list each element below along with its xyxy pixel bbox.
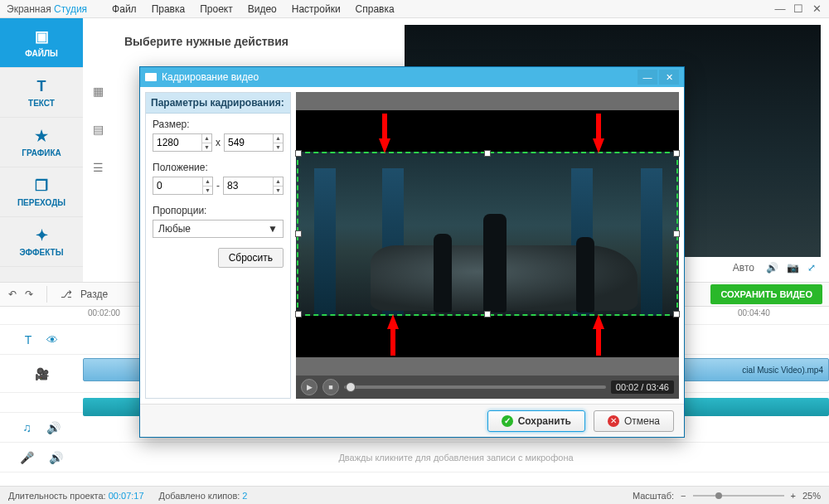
speaker-icon[interactable]: 🔊 [49, 451, 63, 464]
reset-button[interactable]: Сбросить [218, 248, 284, 268]
annotation-arrow-icon [593, 138, 604, 153]
sidebar-label-effects: ЭФФЕКТЫ [20, 248, 64, 257]
ruler-tick: 00:04:40 [738, 308, 770, 317]
player-bar: ▶ ■ 00:02 / 03:46 [296, 376, 679, 399]
window-minimize-icon[interactable]: — [774, 2, 786, 15]
dialog-titlebar[interactable]: Кадрирование видео — ✕ [140, 67, 684, 87]
redo-icon[interactable]: ↷ [25, 288, 33, 300]
sidebar-tab-text[interactable]: T ТЕКСТ [0, 68, 83, 118]
crop-dialog: Кадрирование видео — ✕ Параметры кадриро… [139, 66, 685, 438]
menu-file[interactable]: Файл [112, 3, 137, 15]
zoom-out-icon[interactable]: − [681, 491, 686, 501]
crop-selection[interactable] [297, 152, 678, 316]
auto-label: Авто [733, 262, 754, 274]
size-separator: x [216, 137, 221, 148]
dialog-save-label: Сохранить [518, 415, 571, 427]
image-icon: ▣ [35, 27, 49, 46]
pos-x-input[interactable] [153, 180, 202, 191]
dialog-save-button[interactable]: ✓ Сохранить [487, 410, 585, 432]
actions-title: Выберите нужные действия [124, 35, 381, 48]
sidebar-tab-graphics[interactable]: ★ ГРАФИКА [0, 118, 83, 167]
grid-icon[interactable]: ▦ [93, 85, 104, 98]
sidebar-tab-transitions[interactable]: ❐ ПЕРЕХОДЫ [0, 167, 83, 217]
cancel-icon: ✕ [608, 415, 619, 427]
camera-icon[interactable]: 📷 [787, 262, 799, 274]
undo-icon[interactable]: ↶ [8, 288, 17, 300]
pos-y-spinbox[interactable]: ▲▼ [223, 177, 284, 195]
spin-up-icon[interactable]: ▲ [203, 177, 212, 187]
clip-label: cial Music Video).mp4 [742, 366, 823, 375]
pos-y-input[interactable] [224, 180, 273, 191]
dialog-minimize-icon[interactable]: — [638, 70, 657, 85]
params-header: Параметры кадрирования: [146, 93, 290, 114]
window-maximize-icon[interactable]: ☐ [793, 2, 804, 15]
time-display: 00:02 / 03:46 [611, 380, 674, 394]
crop-handle[interactable] [295, 150, 302, 157]
sidebar-label-text: ТЕКСТ [28, 99, 55, 108]
annotation-arrow-icon [593, 314, 604, 329]
save-video-button[interactable]: СОХРАНИТЬ ВИДЕО [710, 284, 822, 304]
width-input[interactable] [153, 137, 201, 148]
crop-handle[interactable] [484, 311, 491, 317]
speaker-icon[interactable]: 🔊 [766, 262, 778, 274]
text-icon: T [37, 78, 46, 95]
play-button[interactable]: ▶ [301, 379, 318, 395]
mic-track-icon[interactable]: 🎤 [20, 451, 34, 464]
list-icon[interactable]: ☰ [93, 161, 104, 174]
spin-down-icon[interactable]: ▼ [203, 187, 212, 195]
dialog-close-icon[interactable]: ✕ [659, 70, 679, 85]
sidebar-tab-files[interactable]: ▣ ФАЙЛЫ [0, 18, 83, 68]
mic-hint[interactable]: Дважды кликните для добавления записи с … [83, 453, 829, 463]
spin-down-icon[interactable]: ▼ [274, 187, 283, 195]
sidebar-tab-effects[interactable]: ✦ ЭФФЕКТЫ [0, 217, 83, 267]
dialog-cancel-button[interactable]: ✕ Отмена [594, 410, 674, 432]
spin-up-icon[interactable]: ▲ [274, 134, 283, 143]
transitions-icon: ❐ [35, 177, 48, 195]
text-track-icon[interactable]: T [25, 333, 32, 346]
sidebar-label-graphics: ГРАФИКА [22, 148, 61, 158]
menu-edit[interactable]: Правка [152, 3, 186, 15]
ratio-combobox[interactable]: Любые ▼ [153, 220, 284, 238]
crop-stage[interactable] [296, 92, 679, 376]
menu-project[interactable]: Проект [200, 3, 233, 15]
height-spinbox[interactable]: ▲▼ [224, 133, 284, 152]
speaker-icon[interactable]: 🔊 [46, 421, 61, 434]
ruler-tick: 00:02:00 [88, 308, 120, 317]
film-icon[interactable]: ▤ [93, 123, 104, 136]
spin-down-icon[interactable]: ▼ [274, 143, 283, 152]
crop-params-panel: Параметры кадрирования: Размер: ▲▼ x ▲▼ … [145, 92, 291, 399]
pos-x-spinbox[interactable]: ▲▼ [153, 177, 213, 195]
width-spinbox[interactable]: ▲▼ [153, 133, 212, 152]
spin-up-icon[interactable]: ▲ [202, 134, 211, 143]
video-track-icon[interactable]: 🎥 [35, 367, 49, 380]
app-title-2: Студия [54, 3, 87, 15]
crop-handle[interactable] [673, 311, 680, 317]
crop-handle[interactable] [484, 150, 491, 157]
zoom-in-icon[interactable]: + [791, 491, 796, 501]
window-close-icon[interactable]: ✕ [811, 2, 822, 15]
expand-icon[interactable]: ⤢ [807, 262, 816, 274]
seek-slider[interactable] [344, 385, 606, 389]
size-label: Размер: [146, 114, 290, 132]
crop-canvas: ▶ ■ 00:02 / 03:46 [296, 92, 679, 399]
spin-up-icon[interactable]: ▲ [274, 177, 283, 187]
zoom-slider[interactable] [693, 495, 784, 497]
crop-handle[interactable] [673, 150, 680, 157]
music-track-icon[interactable]: ♫ [22, 421, 32, 434]
crop-handle[interactable] [295, 311, 302, 317]
crop-handle[interactable] [295, 230, 302, 237]
clips-label: Добавлено клипов: [159, 491, 240, 501]
position-label: Положение: [146, 157, 290, 175]
stop-button[interactable]: ■ [322, 379, 339, 395]
menu-video[interactable]: Видео [248, 3, 277, 15]
eye-icon[interactable]: 👁 [46, 333, 58, 346]
annotation-arrow-icon [387, 314, 399, 329]
menu-settings[interactable]: Настройки [292, 3, 341, 15]
menu-help[interactable]: Справка [356, 3, 395, 15]
crop-handle[interactable] [673, 230, 680, 237]
height-input[interactable] [225, 137, 273, 148]
star-icon: ★ [35, 127, 48, 145]
spin-down-icon[interactable]: ▼ [202, 143, 211, 152]
annotation-arrow-icon [379, 138, 390, 153]
split-icon[interactable]: ⎇ [61, 288, 72, 300]
